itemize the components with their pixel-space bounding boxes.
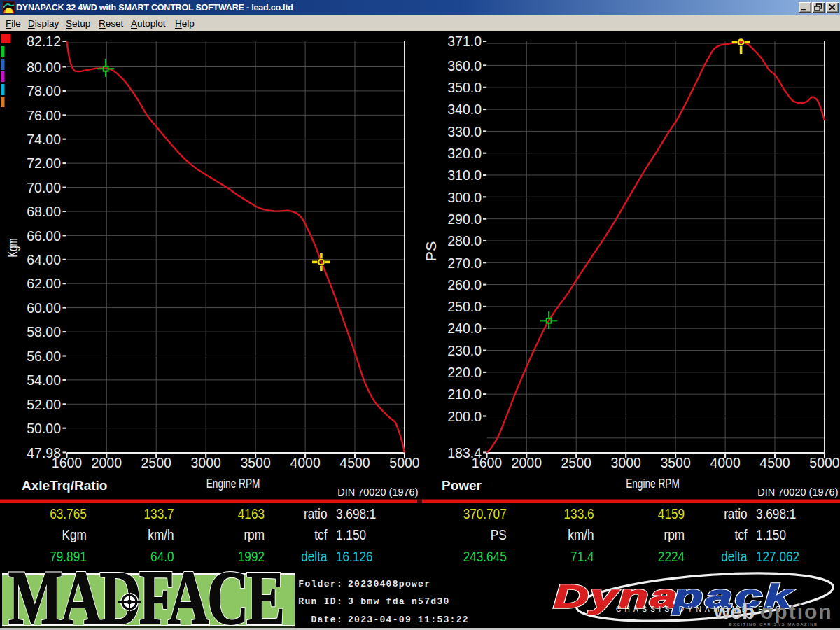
svg-text:230.0: 230.0: [447, 343, 482, 358]
svg-text:250.0: 250.0: [447, 299, 482, 314]
svg-text:3.698:1: 3.698:1: [336, 506, 376, 522]
svg-text:3000: 3000: [611, 455, 642, 470]
svg-text:82.12: 82.12: [27, 34, 61, 49]
svg-text:290.0: 290.0: [447, 211, 482, 227]
svg-text:72.00: 72.00: [27, 155, 61, 171]
svg-text:Kgm: Kgm: [5, 239, 20, 258]
svg-text:2023-04-09 11:53:22: 2023-04-09 11:53:22: [348, 615, 469, 625]
svg-text:2500: 2500: [141, 455, 172, 470]
svg-text:3 bmw fda n57d30: 3 bmw fda n57d30: [348, 596, 450, 607]
svg-text:DIN 70020 (1976): DIN 70020 (1976): [757, 486, 838, 498]
svg-text:280.0: 280.0: [447, 233, 482, 248]
svg-text:127.062: 127.062: [756, 549, 799, 564]
svg-text:370.707: 370.707: [463, 506, 507, 522]
svg-text:Engine RPM: Engine RPM: [626, 477, 680, 490]
svg-text:4000: 4000: [710, 455, 741, 470]
svg-text:310.0: 310.0: [447, 167, 482, 183]
svg-text:4000: 4000: [290, 455, 321, 470]
svg-text:CHASSIS DYNAMOMETERS: CHASSIS DYNAMOMETERS: [616, 606, 784, 613]
svg-text:60.00: 60.00: [27, 300, 61, 316]
svg-text:66.00: 66.00: [27, 228, 61, 244]
svg-text:PS: PS: [424, 241, 439, 262]
svg-text:1600: 1600: [52, 455, 83, 470]
svg-text:133.6: 133.6: [564, 506, 594, 522]
svg-text:3000: 3000: [191, 455, 222, 470]
svg-text:2500: 2500: [561, 455, 592, 470]
svg-text:rpm: rpm: [244, 527, 265, 542]
svg-text:330.0: 330.0: [447, 124, 482, 139]
svg-text:delta: delta: [301, 549, 328, 564]
svg-text:200.0: 200.0: [447, 409, 482, 424]
svg-text:ratio: ratio: [304, 506, 327, 522]
svg-text:5000: 5000: [389, 455, 420, 470]
svg-text:tcf: tcf: [314, 527, 328, 542]
svg-text:260.0: 260.0: [447, 277, 482, 293]
svg-text:20230408power: 20230408power: [348, 579, 430, 589]
svg-text:Kgm: Kgm: [62, 527, 86, 542]
svg-text:3.698:1: 3.698:1: [756, 506, 796, 522]
svg-text:52.00: 52.00: [27, 397, 61, 412]
svg-text:371.0: 371.0: [447, 34, 482, 49]
svg-text:4159: 4159: [658, 506, 685, 522]
svg-text:web: web: [713, 600, 755, 623]
svg-text:54.00: 54.00: [27, 372, 61, 388]
svg-text:16.126: 16.126: [336, 549, 372, 564]
svg-text:1600: 1600: [472, 455, 503, 470]
svg-text:70.00: 70.00: [27, 180, 61, 195]
svg-text:km/h: km/h: [148, 527, 174, 542]
svg-text:PS: PS: [491, 527, 507, 542]
svg-text:2224: 2224: [658, 549, 685, 564]
svg-text:MADFACE: MADFACE: [8, 556, 283, 630]
svg-text:ratio: ratio: [724, 506, 747, 522]
svg-text:71.4: 71.4: [570, 549, 594, 564]
svg-text:320.0: 320.0: [447, 146, 482, 161]
svg-text:2000: 2000: [512, 455, 542, 470]
svg-text:220.0: 220.0: [447, 365, 482, 380]
svg-text:340.0: 340.0: [447, 102, 482, 117]
svg-text:tcf: tcf: [734, 527, 748, 542]
svg-text:300.0: 300.0: [447, 190, 482, 205]
svg-text:4500: 4500: [340, 455, 370, 470]
svg-text:74.00: 74.00: [27, 132, 61, 147]
svg-text:56.00: 56.00: [27, 349, 61, 364]
svg-text:delta: delta: [721, 549, 748, 564]
svg-text:rpm: rpm: [664, 527, 685, 542]
svg-text:3500: 3500: [660, 455, 691, 470]
svg-text:63.765: 63.765: [50, 506, 86, 522]
svg-text:80.00: 80.00: [27, 59, 61, 75]
svg-text:Power: Power: [442, 478, 482, 493]
svg-text:270.0: 270.0: [447, 255, 482, 271]
svg-text:68.00: 68.00: [27, 204, 61, 219]
svg-text:DIN 70020 (1976): DIN 70020 (1976): [337, 486, 418, 498]
svg-text:350.0: 350.0: [447, 80, 482, 95]
svg-text:78.00: 78.00: [27, 83, 61, 99]
svg-text:option: option: [760, 600, 833, 623]
svg-text:243.645: 243.645: [463, 549, 507, 564]
svg-text:AxleTrq/Ratio: AxleTrq/Ratio: [22, 478, 107, 493]
svg-text:3500: 3500: [240, 455, 271, 470]
svg-text:58.00: 58.00: [27, 324, 61, 340]
svg-text:Date:: Date:: [311, 615, 343, 625]
svg-text:Engine RPM: Engine RPM: [206, 477, 260, 490]
svg-text:76.00: 76.00: [27, 108, 61, 123]
svg-text:Folder:: Folder:: [298, 579, 343, 589]
svg-text:133.7: 133.7: [144, 506, 174, 522]
svg-text:50.00: 50.00: [27, 421, 61, 436]
svg-text:EXCITING CAR SNS MAGAZINE: EXCITING CAR SNS MAGAZINE: [729, 622, 818, 626]
svg-text:360.0: 360.0: [447, 58, 482, 74]
svg-text:62.00: 62.00: [27, 276, 61, 291]
svg-text:Run ID:: Run ID:: [298, 596, 343, 607]
svg-text:210.0: 210.0: [447, 386, 482, 402]
svg-text:1.150: 1.150: [336, 527, 366, 542]
svg-text:64.00: 64.00: [27, 252, 61, 267]
svg-text:km/h: km/h: [568, 527, 594, 542]
svg-text:2000: 2000: [92, 455, 122, 470]
svg-text:4500: 4500: [760, 455, 790, 470]
svg-text:240.0: 240.0: [447, 321, 482, 336]
svg-text:4163: 4163: [238, 506, 265, 522]
svg-text:1.150: 1.150: [756, 527, 786, 542]
svg-text:5000: 5000: [809, 455, 840, 470]
